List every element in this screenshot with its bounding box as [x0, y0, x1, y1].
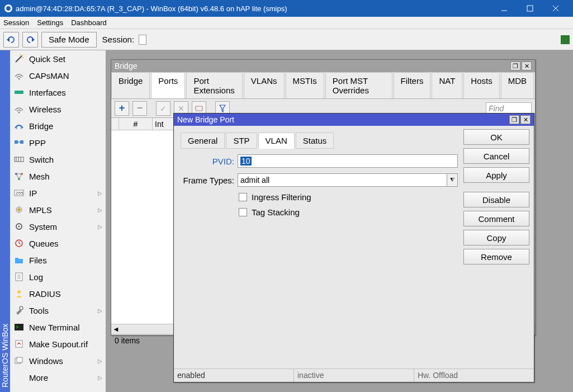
modal-restore-button[interactable]: ❐ — [509, 115, 519, 124]
new-bridge-port-window: New Bridge Port ❐ ✕ GeneralSTPVLANStatus… — [173, 113, 534, 382]
ingress-filtering-label: Ingress Filtering — [252, 192, 311, 202]
grid-col-int[interactable]: Int — [153, 118, 174, 130]
modal-titlebar[interactable]: New Bridge Port ❐ ✕ — [174, 114, 534, 126]
svg-rect-1 — [527, 6, 533, 11]
tag-stacking-checkbox[interactable] — [239, 208, 247, 216]
close-button[interactable] — [543, 0, 569, 17]
sidebar-item-queues[interactable]: Queues — [10, 235, 106, 252]
sidebar-item-tools[interactable]: Tools▷ — [10, 302, 106, 319]
menu-session[interactable]: Session — [3, 18, 29, 27]
frame-types-dropdown-button[interactable]: ⧨ — [447, 173, 458, 187]
sidebar-item-files[interactable]: Files — [10, 252, 106, 268]
comment-button[interactable]: Comment — [463, 211, 529, 226]
menu-dashboard[interactable]: Dashboard — [71, 18, 107, 27]
tab-port-extensions[interactable]: Port Extensions — [186, 72, 242, 98]
cancel-button[interactable]: Cancel — [463, 148, 529, 164]
status-inactive: inactive — [294, 369, 414, 382]
window-titlebar: admin@74:4D:28:DA:65:7A (R_3_CAP) - WinB… — [0, 0, 573, 17]
frame-types-label: Frame Types: — [178, 176, 234, 185]
svg-text:255: 255 — [16, 191, 23, 196]
safe-mode-button[interactable]: Safe Mode — [41, 32, 97, 48]
ip-icon: 255 — [13, 188, 25, 198]
pvid-input[interactable]: 10 — [238, 154, 458, 168]
app-logo-icon — [4, 4, 12, 12]
sidebar-item-quick-set[interactable]: Quick Set — [10, 50, 106, 67]
svg-point-30 — [18, 226, 20, 228]
modal-body: GeneralSTPVLANStatus PVID: 10 Frame Type… — [174, 126, 534, 369]
remove-button[interactable]: − — [132, 101, 147, 116]
windows-icon — [13, 356, 25, 366]
ok-button[interactable]: OK — [463, 129, 529, 145]
terminal-icon: > — [13, 322, 25, 332]
modal-tab-stp[interactable]: STP — [226, 133, 257, 149]
tab-filters[interactable]: Filters — [394, 72, 431, 98]
tab-port-mst-overrides[interactable]: Port MST Overrides — [325, 72, 392, 98]
bridge-icon — [13, 121, 25, 131]
main-toolbar: Safe Mode Session: — [0, 29, 573, 50]
bridge-window-title: Bridge — [115, 62, 137, 70]
chevron-right-icon: ▷ — [98, 207, 102, 213]
remove-button[interactable]: Remove — [463, 249, 529, 265]
log-icon — [13, 272, 25, 282]
sidebar-item-capsman[interactable]: CAPsMAN — [10, 67, 106, 84]
tab-bridge[interactable]: Bridge — [111, 72, 150, 98]
grid-col-num[interactable]: # — [119, 118, 153, 130]
sidebar: Quick SetCAPsMANInterfacesWirelessBridge… — [10, 50, 106, 392]
ingress-filtering-checkbox[interactable] — [239, 193, 247, 201]
sidebar-item-make-supout.rif[interactable]: Make Supout.rif — [10, 336, 106, 352]
copy-button[interactable]: Copy — [463, 230, 529, 245]
svg-rect-44 — [17, 357, 22, 362]
tab-hosts[interactable]: Hosts — [463, 72, 499, 98]
sidebar-item-interfaces[interactable]: Interfaces — [10, 84, 106, 101]
sidebar-item-bridge[interactable]: Bridge — [10, 117, 106, 134]
grid-col-flag[interactable] — [111, 118, 119, 130]
sidebar-item-radius[interactable]: RADIUS — [10, 285, 106, 302]
svg-point-38 — [17, 290, 21, 294]
sidebar-item-new-terminal[interactable]: >New Terminal — [10, 319, 106, 336]
sidebar-item-mesh[interactable]: Mesh — [10, 168, 106, 185]
modal-tab-general[interactable]: General — [181, 133, 225, 149]
wifi-icon — [13, 70, 25, 81]
tab-mstis[interactable]: MSTIs — [286, 72, 324, 98]
modal-close-button[interactable]: ✕ — [520, 115, 531, 124]
tab-ports[interactable]: Ports — [151, 72, 185, 98]
svg-rect-42 — [16, 341, 22, 347]
workarea: Bridge ❐ ✕ BridgePortsPort ExtensionsVLA… — [106, 50, 573, 392]
svg-text:>: > — [16, 324, 18, 330]
sidebar-item-mpls[interactable]: MPLS▷ — [10, 201, 106, 218]
enable-button[interactable]: ✓ — [156, 101, 171, 116]
redo-button[interactable] — [22, 32, 38, 48]
bridge-titlebar[interactable]: Bridge ❐ ✕ — [111, 60, 535, 72]
maximize-button[interactable] — [517, 0, 543, 17]
sidebar-item-switch[interactable]: Switch — [10, 151, 106, 168]
bridge-tabs: BridgePortsPort ExtensionsVLANsMSTIsPort… — [111, 72, 535, 99]
sidebar-item-log[interactable]: Log — [10, 268, 106, 285]
session-indicator[interactable] — [139, 35, 146, 45]
status-hwoffload: Hw. Offload — [414, 369, 534, 382]
modal-tab-status[interactable]: Status — [296, 133, 334, 149]
pvid-label: PVID: — [178, 157, 234, 166]
svg-line-33 — [19, 243, 21, 244]
tab-nat[interactable]: NAT — [432, 72, 462, 98]
tab-vlans[interactable]: VLANs — [244, 72, 285, 98]
bridge-close-button[interactable]: ✕ — [522, 62, 532, 70]
apply-button[interactable]: Apply — [463, 167, 529, 183]
sidebar-item-ppp[interactable]: PPP — [10, 134, 106, 151]
add-button[interactable]: + — [115, 101, 129, 116]
sidebar-item-more[interactable]: More▷ — [10, 369, 106, 386]
undo-button[interactable] — [3, 32, 19, 48]
disable-button[interactable]: Disable — [463, 192, 529, 207]
svg-rect-45 — [196, 106, 202, 111]
minimize-button[interactable] — [491, 0, 517, 17]
modal-tab-vlan[interactable]: VLAN — [258, 133, 295, 149]
bridge-restore-button[interactable]: ❐ — [510, 62, 520, 70]
frame-types-input[interactable]: admit all — [238, 173, 447, 187]
sidebar-item-windows[interactable]: Windows▷ — [10, 352, 106, 369]
menu-settings[interactable]: Settings — [37, 18, 63, 27]
sidebar-item-ip[interactable]: 255IP▷ — [10, 185, 106, 201]
ppp-icon — [13, 138, 25, 148]
tab-mdb[interactable]: MDB — [501, 72, 534, 98]
sidebar-item-system[interactable]: System▷ — [10, 218, 106, 235]
radius-icon — [13, 289, 25, 299]
sidebar-item-wireless[interactable]: Wireless — [10, 101, 106, 117]
